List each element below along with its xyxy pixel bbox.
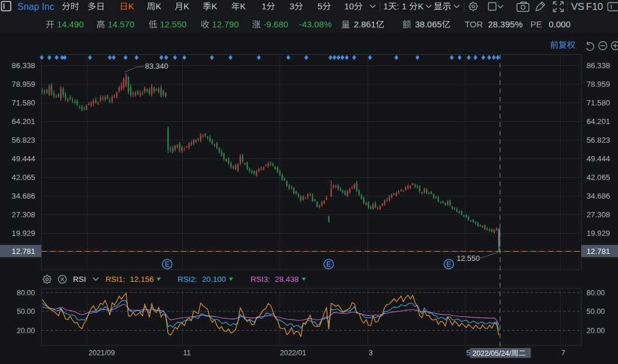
svg-text:19.929: 19.929 — [587, 229, 610, 238]
svg-text:E: E — [165, 260, 169, 268]
svg-text:64.201: 64.201 — [587, 117, 610, 126]
svg-text:56.823: 56.823 — [12, 136, 35, 144]
svg-text:1: 1 — [262, 1, 266, 11]
svg-text:5: 5 — [317, 1, 322, 11]
svg-text:3: 3 — [289, 1, 294, 11]
svg-text:12.550: 12.550 — [160, 19, 187, 29]
svg-text:PE: PE — [531, 19, 542, 29]
svg-text:12.550: 12.550 — [457, 254, 480, 263]
svg-text:19.929: 19.929 — [12, 229, 35, 238]
svg-text:12.781: 12.781 — [587, 247, 610, 256]
svg-text:56.823: 56.823 — [587, 136, 610, 144]
svg-text:E: E — [446, 260, 451, 268]
svg-text:K: K — [240, 1, 246, 11]
svg-text:78.959: 78.959 — [12, 80, 35, 89]
svg-text:14.490: 14.490 — [57, 19, 84, 29]
svg-text:49.444: 49.444 — [587, 154, 610, 163]
svg-text:K: K — [418, 1, 423, 11]
svg-text:49.444: 49.444 — [12, 154, 35, 163]
svg-text:F10: F10 — [586, 1, 603, 12]
svg-text:20.00: 20.00 — [587, 327, 605, 335]
svg-text:K: K — [183, 1, 189, 11]
svg-text:12.781: 12.781 — [12, 247, 35, 256]
svg-text:42.065: 42.065 — [587, 173, 610, 182]
svg-text:2.861: 2.861 — [354, 19, 376, 29]
svg-text:27.308: 27.308 — [587, 210, 610, 219]
svg-text:1: 1 — [383, 1, 388, 11]
svg-text:Snap Inc: Snap Inc — [17, 2, 54, 12]
svg-text:78.959: 78.959 — [587, 80, 610, 89]
svg-text:12.156: 12.156 — [130, 275, 154, 284]
svg-text:: 1: : 1 — [397, 1, 407, 11]
svg-text:12.790: 12.790 — [212, 19, 239, 29]
svg-text:27.308: 27.308 — [12, 210, 35, 219]
svg-text:RSI1:: RSI1: — [105, 275, 125, 284]
svg-text:VS: VS — [571, 1, 585, 12]
svg-text:20.100: 20.100 — [202, 275, 226, 284]
svg-text:TOR: TOR — [465, 19, 483, 29]
svg-text:RSI2:: RSI2: — [178, 275, 197, 284]
svg-text:11: 11 — [183, 349, 191, 357]
svg-text:80.00: 80.00 — [17, 289, 35, 297]
svg-text:K: K — [156, 1, 161, 11]
svg-text:7: 7 — [562, 349, 566, 357]
svg-text:86.338: 86.338 — [12, 61, 35, 70]
svg-text:34.686: 34.686 — [12, 192, 35, 200]
svg-text:20.00: 20.00 — [17, 327, 35, 335]
svg-text:71.580: 71.580 — [587, 98, 610, 107]
svg-text:10: 10 — [344, 1, 354, 11]
svg-text:86.338: 86.338 — [587, 61, 610, 70]
svg-text:E: E — [326, 260, 331, 268]
svg-text:50.00: 50.00 — [587, 308, 605, 316]
svg-text:3: 3 — [369, 349, 373, 357]
svg-text:2022/01: 2022/01 — [280, 349, 306, 357]
svg-text:0.000: 0.000 — [549, 19, 571, 29]
svg-text:-43.08%: -43.08% — [299, 19, 332, 29]
svg-text:RSI: RSI — [73, 275, 86, 284]
svg-text:71.580: 71.580 — [12, 98, 35, 107]
svg-text:K: K — [128, 1, 134, 11]
svg-text:5: 5 — [467, 349, 471, 357]
svg-text:2022/05/24/: 2022/05/24/ — [472, 349, 511, 358]
svg-text:64.201: 64.201 — [12, 117, 35, 126]
svg-text:80.00: 80.00 — [587, 289, 605, 297]
svg-text:42.065: 42.065 — [12, 173, 35, 182]
svg-text:28.438: 28.438 — [275, 275, 299, 284]
svg-text:K: K — [211, 1, 217, 11]
svg-text:38.065: 38.065 — [415, 19, 442, 29]
svg-text:50.00: 50.00 — [17, 308, 35, 316]
svg-text:14.570: 14.570 — [108, 19, 135, 29]
svg-text:RSI3:: RSI3: — [250, 275, 270, 284]
svg-text:-9.680: -9.680 — [263, 19, 288, 29]
svg-text:2021/09: 2021/09 — [89, 349, 115, 357]
svg-text:28.395%: 28.395% — [488, 19, 522, 29]
svg-text:34.686: 34.686 — [587, 192, 610, 200]
svg-text:83.340: 83.340 — [145, 62, 168, 70]
